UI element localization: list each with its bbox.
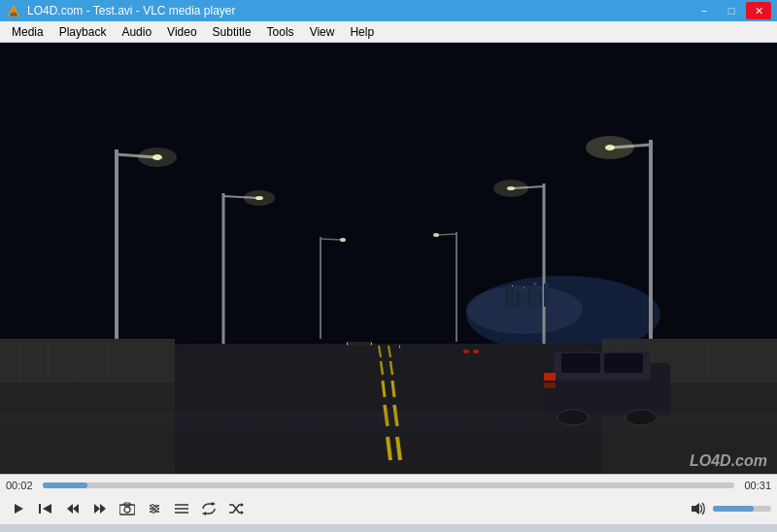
- svg-rect-79: [544, 283, 549, 307]
- svg-rect-65: [561, 353, 600, 373]
- menu-item-playback[interactable]: Playback: [51, 21, 115, 42]
- maximize-button[interactable]: □: [719, 2, 744, 19]
- titlebar-controls: − □ ✕: [692, 2, 771, 19]
- svg-point-14: [244, 190, 275, 206]
- progress-row: 00:02 00:31: [6, 477, 771, 494]
- volume-slider[interactable]: [713, 506, 771, 512]
- svg-rect-66: [604, 353, 643, 373]
- svg-line-52: [392, 381, 394, 397]
- svg-point-91: [124, 507, 130, 513]
- volume-button[interactable]: [686, 497, 711, 520]
- snapshot-button[interactable]: [115, 497, 140, 520]
- svg-rect-84: [39, 504, 41, 514]
- prev-frame-button[interactable]: [60, 497, 85, 520]
- svg-rect-81: [524, 287, 524, 288]
- menu-item-subtitle[interactable]: Subtitle: [205, 21, 259, 42]
- svg-rect-78: [539, 293, 542, 307]
- svg-marker-102: [212, 502, 216, 506]
- svg-point-22: [493, 180, 528, 197]
- svg-marker-105: [241, 511, 244, 515]
- buttons-row: [6, 495, 771, 522]
- titlebar-title: LO4D.com - Test.avi - VLC media player: [27, 4, 236, 17]
- menubar: MediaPlaybackAudioVideoSubtitleToolsView…: [0, 21, 777, 43]
- svg-rect-82: [534, 283, 535, 284]
- svg-point-28: [433, 233, 439, 237]
- svg-marker-104: [241, 503, 244, 507]
- svg-rect-71: [0, 412, 777, 474]
- menu-item-help[interactable]: Help: [342, 21, 382, 42]
- progress-track[interactable]: [43, 482, 734, 488]
- video-scene: [0, 43, 777, 474]
- svg-line-47: [383, 381, 385, 397]
- titlebar-left: LO4D.com - Test.avi - VLC media player: [6, 3, 236, 18]
- svg-rect-67: [544, 373, 556, 381]
- svg-rect-76: [528, 288, 531, 307]
- random-button[interactable]: [223, 497, 249, 520]
- svg-rect-73: [511, 283, 514, 307]
- svg-marker-86: [73, 504, 79, 514]
- time-current: 00:02: [6, 480, 37, 491]
- svg-marker-89: [100, 504, 106, 514]
- svg-rect-77: [533, 282, 537, 307]
- svg-marker-103: [202, 512, 206, 515]
- close-button[interactable]: ✕: [746, 2, 771, 19]
- svg-rect-2: [11, 13, 17, 15]
- play-button[interactable]: [6, 497, 31, 520]
- loop-button[interactable]: [196, 497, 221, 520]
- controls-bar: 00:02 00:31: [0, 474, 777, 524]
- svg-line-27: [437, 234, 456, 235]
- svg-rect-72: [505, 287, 509, 307]
- svg-line-24: [321, 239, 342, 240]
- svg-marker-83: [15, 504, 23, 514]
- menu-item-video[interactable]: Video: [159, 21, 204, 42]
- svg-rect-60: [400, 344, 431, 349]
- minimize-button[interactable]: −: [692, 2, 717, 19]
- svg-point-98: [152, 511, 155, 514]
- svg-rect-75: [523, 285, 526, 307]
- titlebar: LO4D.com - Test.avi - VLC media player −…: [0, 0, 777, 21]
- volume-fill: [713, 506, 754, 512]
- time-total: 00:31: [740, 480, 771, 491]
- svg-marker-106: [692, 503, 699, 515]
- svg-rect-68: [544, 382, 556, 388]
- menu-item-view[interactable]: View: [302, 21, 343, 42]
- svg-marker-85: [43, 504, 51, 514]
- prev-chapter-button[interactable]: [33, 497, 58, 520]
- svg-point-61: [463, 349, 469, 353]
- svg-point-18: [586, 136, 634, 159]
- extended-button[interactable]: [142, 497, 167, 520]
- svg-point-62: [473, 349, 479, 353]
- next-frame-button[interactable]: [87, 497, 113, 520]
- svg-rect-80: [512, 285, 513, 286]
- video-area[interactable]: LO4D.com: [0, 43, 777, 474]
- svg-rect-57: [348, 342, 371, 346]
- svg-rect-31: [0, 339, 175, 382]
- svg-point-25: [340, 238, 346, 242]
- svg-point-96: [152, 505, 154, 508]
- vlc-icon: [6, 3, 21, 18]
- svg-point-10: [138, 148, 177, 167]
- svg-marker-88: [94, 504, 100, 514]
- svg-rect-74: [516, 290, 521, 307]
- svg-rect-3: [10, 15, 17, 17]
- menu-item-media[interactable]: Media: [4, 21, 51, 42]
- menu-item-tools[interactable]: Tools: [259, 21, 302, 42]
- svg-point-97: [155, 508, 158, 511]
- progress-fill: [43, 482, 87, 488]
- playlist-button[interactable]: [169, 497, 194, 520]
- svg-marker-87: [67, 504, 73, 514]
- menu-item-audio[interactable]: Audio: [114, 21, 159, 42]
